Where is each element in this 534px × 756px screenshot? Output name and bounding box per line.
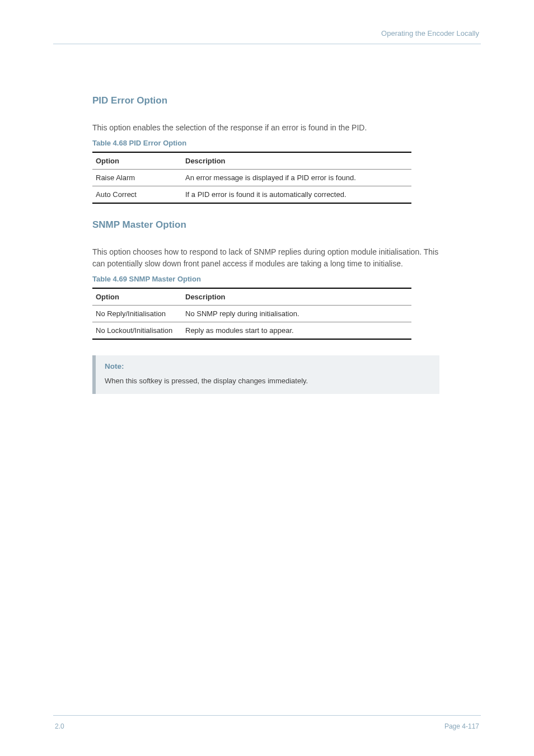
footer-right-text: Page 4-117 bbox=[444, 722, 479, 730]
table-a-r0-opt: Raise Alarm bbox=[92, 170, 182, 186]
table-a-r0-desc: An error message is displayed if a PID e… bbox=[182, 170, 411, 186]
table-b-caption: Table 4.69 SNMP Master Option bbox=[92, 275, 439, 283]
table-a-caption: Table 4.68 PID Error Option bbox=[92, 139, 439, 147]
table-a-header-row: Option Description bbox=[92, 152, 411, 170]
table-b-r0-desc: No SNMP reply during initialisation. bbox=[182, 305, 411, 322]
table-b-col1-header: Option bbox=[92, 288, 182, 306]
table-a-col1-header: Option bbox=[92, 152, 182, 170]
table-b-wrap: Table 4.69 SNMP Master Option Option Des… bbox=[92, 275, 439, 340]
table-b-r0-opt: No Reply/Initialisation bbox=[92, 305, 182, 322]
note-block: Note: When this softkey is pressed, the … bbox=[92, 355, 439, 394]
table-a-r1-opt: Auto Correct bbox=[92, 186, 182, 204]
table-row: Auto Correct If a PID error is found it … bbox=[92, 186, 411, 204]
header-right-text: Operating the Encoder Locally bbox=[381, 29, 479, 37]
footer-divider bbox=[53, 715, 481, 716]
note-body: When this softkey is pressed, the displa… bbox=[105, 376, 430, 386]
table-a-wrap: Table 4.68 PID Error Option Option Descr… bbox=[92, 139, 439, 204]
table-row: Raise Alarm An error message is displaye… bbox=[92, 170, 411, 186]
footer-left-text: 2.0 bbox=[55, 722, 64, 730]
section-b-text: This option chooses how to respond to la… bbox=[92, 246, 439, 269]
table-b: Option Description No Reply/Initialisati… bbox=[92, 288, 411, 340]
table-a-r1-desc: If a PID error is found it is automatica… bbox=[182, 186, 411, 204]
table-b-r1-opt: No Lockout/Initialisation bbox=[92, 322, 182, 339]
table-a: Option Description Raise Alarm An error … bbox=[92, 152, 411, 204]
page-content: PID Error Option This option enables the… bbox=[92, 95, 439, 394]
table-row: No Reply/Initialisation No SNMP reply du… bbox=[92, 305, 411, 322]
table-b-col2-header: Description bbox=[182, 288, 411, 306]
table-b-r1-desc: Reply as modules start to appear. bbox=[182, 322, 411, 339]
section-b-heading: SNMP Master Option bbox=[92, 219, 439, 231]
section-a-text: This option enables the selection of the… bbox=[92, 122, 439, 133]
table-b-header-row: Option Description bbox=[92, 288, 411, 306]
header-divider bbox=[53, 44, 481, 44]
table-a-col2-header: Description bbox=[182, 152, 411, 170]
section-a-heading: PID Error Option bbox=[92, 95, 439, 106]
note-title: Note: bbox=[105, 362, 430, 370]
table-row: No Lockout/Initialisation Reply as modul… bbox=[92, 322, 411, 339]
